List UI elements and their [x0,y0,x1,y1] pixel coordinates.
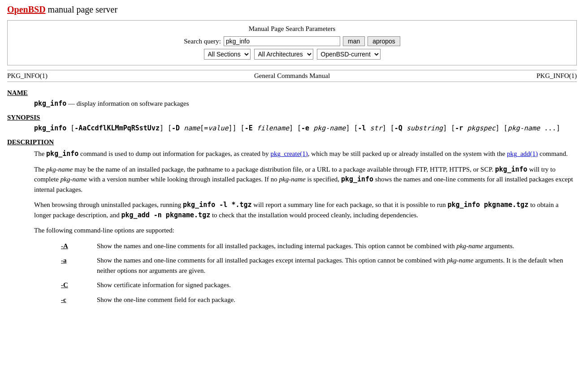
option-row: -cShow the one-line comment field for ea… [61,295,577,305]
description-heading: DESCRIPTION [7,138,577,146]
desc-para-4: The following command-line options are s… [34,225,577,236]
desc3-pre: When browsing through uninstalled packag… [34,201,183,208]
description-section: DESCRIPTION The pkg_info command is used… [7,138,577,305]
version-select[interactable]: OpenBSD-currentOpenBSD-7.5OpenBSD-7.4Ope… [317,49,381,60]
architectures-select[interactable]: All Architecturesamd64arm64i386sparc64 [254,49,313,60]
option-row: -AShow the names and one-line comments f… [61,241,577,251]
synopsis-section: SYNOPSIS pkg_info [-AaCcdflKLMmPqRSstUvz… [7,114,577,132]
site-title: manual page server [48,4,117,14]
synopsis-content: pkg_info [-AaCcdflKLMmPqRSstUvz] [-D nam… [34,124,577,132]
selects-row: All SectionsSection 1Section 2Section 3S… [15,49,569,60]
synopsis-heading: SYNOPSIS [7,114,577,121]
desc3-bold3: pkg_add -n pkgname.tgz [121,211,211,219]
desc3-end: to check that the installation would pro… [210,211,418,219]
desc3-bold2: pkg_info pkgname.tgz [448,201,529,209]
desc1-mid: command is used to dump out information … [78,150,270,157]
desc1-end: command. [538,150,568,157]
desc3-bold1: pkg_info -l *.tgz [183,201,252,209]
synopsis-line: pkg_info [-AaCcdflKLMmPqRSstUvz] [-D nam… [34,124,577,132]
synopsis-flags: [-AaCcdflKLMmPqRSstUvz] [-D name[=value]… [70,124,560,132]
name-cmd: pkg_info [34,99,66,108]
desc2-mid3: with a version number while looking thro… [87,176,279,183]
site-header: OpenBSD manual page server [7,4,577,15]
pkg-create-link[interactable]: pkg_create(1) [271,150,308,157]
desc2-it1: pkg-name [46,166,73,173]
option-desc: Show the names and one-line comments for… [97,241,577,251]
option-flag: -A [61,241,97,251]
option-flag: -a [61,255,97,276]
manpage-right-header: PKG_INFO(1) [536,72,577,80]
desc-para-2: The pkg-name may be the name of an insta… [34,164,577,195]
option-desc: Show the names and one-line comments for… [97,255,577,276]
options-table: -AShow the names and one-line comments f… [61,241,577,305]
option-flag: -C [61,280,97,290]
desc2-mid1: may be the name of an installed package,… [73,166,495,173]
desc1-post: , which may be still packed up or alread… [308,150,507,157]
desc1-cmd: pkg_info [46,150,78,158]
sections-select[interactable]: All SectionsSection 1Section 2Section 3S… [204,49,251,60]
name-section: NAME pkg_info — display information on s… [7,89,577,108]
openbsd-link[interactable]: OpenBSD [7,4,46,14]
desc1-pre: The [34,150,46,157]
option-row: -CShow certificate information for signe… [61,280,577,290]
name-desc: — display information on software packag… [66,100,189,107]
desc-para-1: The pkg_info command is used to dump out… [34,149,577,159]
option-row: -aShow the names and one-line comments f… [61,255,577,276]
search-input[interactable] [224,36,340,46]
desc2-pre: The [34,166,46,173]
pkg-add-link[interactable]: pkg_add(1) [507,150,538,157]
synopsis-cmd: pkg_info [34,124,66,132]
apropos-button[interactable]: apropos [368,36,400,46]
desc2-bold2: pkg_info [341,175,373,183]
search-box: Manual Page Search Parameters Search que… [7,20,577,65]
desc2-bold1: pkg_info [495,165,527,173]
desc2-mid4: is specified, [306,176,341,183]
desc-para-3: When browsing through uninstalled packag… [34,200,577,220]
manpage-left-header: PKG_INFO(1) [7,72,48,80]
option-desc: Show certificate information for signed … [97,280,577,290]
option-flag: -c [61,295,97,305]
name-content: pkg_info — display information on softwa… [34,99,577,108]
option-desc: Show the one-line comment field for each… [97,295,577,305]
description-content: The pkg_info command is used to dump out… [34,149,577,305]
search-row: Search query: man apropos [15,36,569,46]
manpage-header: PKG_INFO(1) General Commands Manual PKG_… [7,70,577,82]
man-button[interactable]: man [343,36,365,46]
search-box-title: Manual Page Search Parameters [15,25,569,33]
search-label: Search query: [184,38,221,45]
manpage-center-header: General Commands Manual [254,72,330,80]
name-heading: NAME [7,89,577,97]
desc2-it2: pkg-name [61,176,87,183]
desc3-mid1: will report a summary line for each pack… [252,201,448,208]
desc2-it3: pkg-name [279,176,306,183]
